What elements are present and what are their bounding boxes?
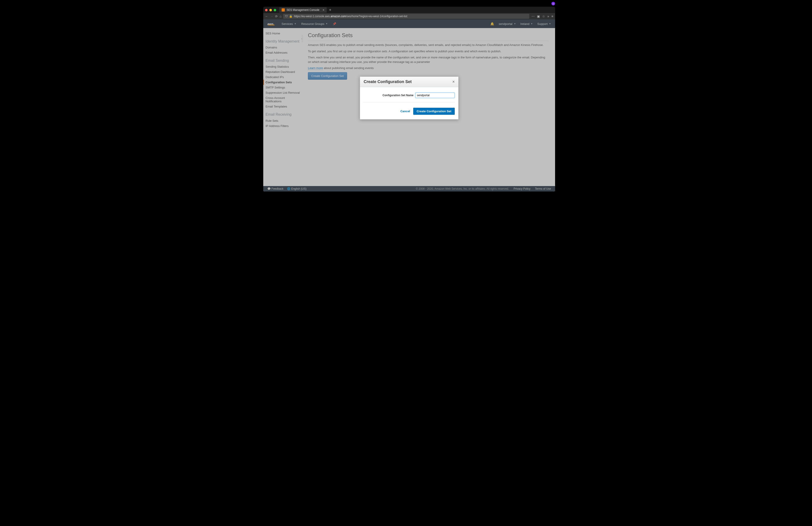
lock-icon: 🔒 <box>289 15 292 18</box>
window-controls <box>265 9 276 11</box>
url-post: /ses/home?region=eu-west-1#configuration… <box>346 15 408 18</box>
url-bar[interactable]: 🛡 🔒 https://eu-west-1.console.aws.amazon… <box>283 14 529 19</box>
overflow-icon[interactable]: » <box>547 14 549 18</box>
url-pre: https://eu-west-1.console.aws. <box>294 15 330 18</box>
tab-title: SES Management Console <box>287 9 319 12</box>
nav-forward-icon: → <box>270 14 273 18</box>
app-menu-icon[interactable]: ≡ <box>551 14 553 18</box>
nav-reload-icon[interactable]: ⟳ <box>275 14 278 18</box>
url-host: amazon.com <box>331 15 346 18</box>
modal-body: Configuration Set Name <box>360 87 458 108</box>
nav-back-icon[interactable]: ← <box>265 14 268 18</box>
modal-title: Create Configuration Set <box>364 79 412 84</box>
browser-tab[interactable]: SES Management Console × <box>279 7 327 13</box>
tracking-shield-icon[interactable]: 🛡 <box>285 15 288 18</box>
browser-tabstrip: SES Management Console × + <box>263 7 555 13</box>
favicon-icon <box>281 9 285 12</box>
nav-home-icon[interactable]: ⌂ <box>279 14 281 18</box>
window-minimize-icon[interactable] <box>270 9 272 11</box>
page-viewport: aws Services▼ Resource Groups▼ 📌 🔔 sendp… <box>263 19 555 192</box>
tab-close-icon[interactable]: × <box>323 8 324 12</box>
modal-confirm-button[interactable]: Create Configuration Set <box>413 108 455 115</box>
extension-badge-icon[interactable]: ∞ <box>551 2 555 5</box>
new-tab-button[interactable]: + <box>329 8 332 13</box>
modal-header: Create Configuration Set × <box>360 77 458 87</box>
browser-window: SES Management Console × + ← → ⟳ ⌂ 🛡 🔒 h… <box>263 7 555 192</box>
window-zoom-icon[interactable] <box>274 9 276 11</box>
bookmark-star-icon[interactable]: ☆ <box>542 14 545 18</box>
config-name-label: Configuration Set Name <box>382 94 414 97</box>
modal-cancel-button[interactable]: Cancel <box>400 109 410 113</box>
create-config-set-modal: Create Configuration Set × Configuration… <box>360 76 459 120</box>
reader-icon[interactable]: ▣ <box>537 14 540 18</box>
modal-footer: Cancel Create Configuration Set <box>360 108 458 119</box>
config-name-input[interactable] <box>415 93 455 98</box>
modal-close-icon[interactable]: × <box>452 79 455 84</box>
browser-toolbar: ← → ⟳ ⌂ 🛡 🔒 https://eu-west-1.console.aw… <box>263 13 555 19</box>
config-name-row: Configuration Set Name <box>364 93 455 102</box>
window-close-icon[interactable] <box>265 9 267 11</box>
page-actions-icon[interactable]: ⋯ <box>532 14 535 18</box>
